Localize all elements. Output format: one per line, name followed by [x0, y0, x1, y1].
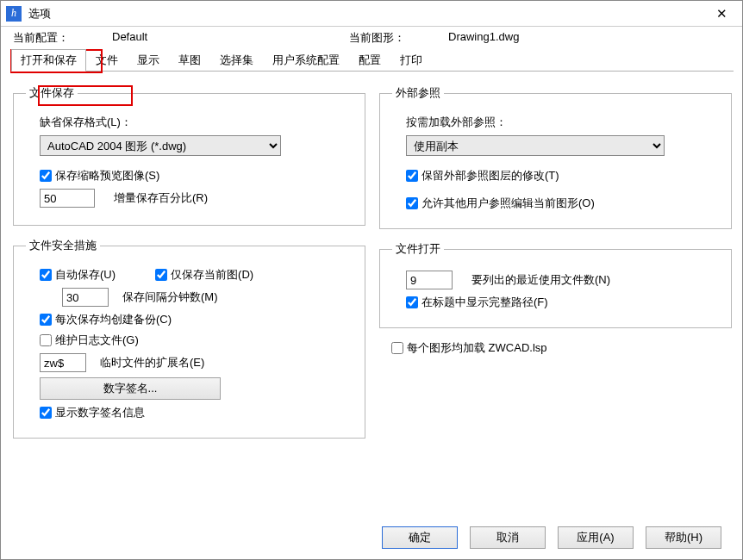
cancel-button[interactable]: 取消 [470, 526, 546, 549]
group-file-save: 文件保存 缺省保存格式(L)： AutoCAD 2004 图形 (*.dwg) … [13, 85, 365, 226]
tab-open-save[interactable]: 打开和保存 [11, 49, 86, 72]
tab-bar: 打开和保存 文件 显示 草图 选择集 用户系统配置 配置 打印 [1, 49, 743, 72]
info-row: 当前配置： Default 当前图形： Drawing1.dwg [1, 27, 743, 47]
group-file-open: 文件打开 要列出的最近使用文件数(N) 在标题中显示完整路径(F) [379, 241, 732, 328]
show-digsig-input[interactable] [40, 407, 52, 419]
app-icon: h [6, 6, 22, 22]
retain-changes-input[interactable] [406, 170, 418, 182]
log-input[interactable] [40, 334, 52, 346]
ext-label: 临时文件的扩展名(E) [100, 355, 204, 370]
demand-load-select[interactable]: 使用副本 [406, 135, 665, 156]
group-safety: 文件安全措施 自动保存(U) 仅保存当前图(D) 保存间隔分钟数(M) [13, 238, 365, 439]
help-button[interactable]: 帮助(H) [646, 526, 721, 549]
legend-file-save: 文件保存 [26, 85, 78, 101]
maintain-preview-input[interactable] [40, 170, 52, 182]
autosave-input[interactable] [40, 269, 52, 281]
default-format-select[interactable]: AutoCAD 2004 图形 (*.dwg) [40, 135, 281, 156]
interval-label: 保存间隔分钟数(M) [122, 289, 218, 305]
backup-checkbox[interactable]: 每次保存均创建备份(C) [40, 312, 172, 327]
recent-count-input[interactable] [406, 271, 453, 289]
tab-selection[interactable]: 选择集 [210, 49, 263, 72]
current-profile-value: Default [112, 30, 147, 46]
allow-others-input[interactable] [406, 197, 418, 209]
save-current-only-checkbox[interactable]: 仅保存当前图(D) [155, 267, 253, 283]
legend-safety: 文件安全措施 [26, 238, 100, 253]
digital-signature-button[interactable]: 数字签名... [40, 377, 221, 400]
tab-files[interactable]: 文件 [86, 49, 128, 72]
tab-drafting[interactable]: 草图 [169, 49, 210, 72]
titlebar: h 选项 ✕ [1, 1, 743, 27]
log-checkbox[interactable]: 维护日志文件(G) [40, 333, 139, 348]
interval-input[interactable] [62, 288, 109, 307]
current-drawing-label: 当前图形： [349, 30, 405, 46]
window-title: 选项 [28, 6, 704, 22]
legend-file-open: 文件打开 [392, 241, 444, 257]
maintain-preview-checkbox[interactable]: 保存缩略预览图像(S) [40, 168, 159, 184]
footer-buttons: 确定 取消 应用(A) 帮助(H) [382, 526, 721, 549]
close-button[interactable]: ✕ [704, 2, 739, 26]
default-format-label: 缺省保存格式(L)： [40, 115, 353, 130]
load-lsp-checkbox[interactable]: 每个图形均加载 ZWCAD.lsp [391, 340, 547, 356]
ok-button[interactable]: 确定 [382, 526, 458, 549]
autosave-checkbox[interactable]: 自动保存(U) [40, 267, 116, 283]
tab-display[interactable]: 显示 [128, 49, 169, 72]
inc-percent-label: 增量保存百分比(R) [114, 190, 208, 206]
save-current-only-input[interactable] [155, 269, 167, 281]
current-drawing-value: Drawing1.dwg [448, 30, 519, 46]
demand-load-label: 按需加载外部参照： [406, 115, 719, 130]
tab-user-prefs[interactable]: 用户系统配置 [263, 49, 349, 72]
allow-others-checkbox[interactable]: 允许其他用户参照编辑当前图形(O) [406, 196, 595, 211]
tab-profiles[interactable]: 配置 [349, 49, 390, 72]
recent-count-label: 要列出的最近使用文件数(N) [471, 272, 610, 288]
show-full-path-input[interactable] [406, 296, 418, 308]
backup-input[interactable] [40, 314, 52, 326]
legend-xref: 外部参照 [392, 85, 444, 101]
show-full-path-checkbox[interactable]: 在标题中显示完整路径(F) [406, 295, 548, 310]
current-profile-label: 当前配置： [13, 30, 69, 46]
group-xref: 外部参照 按需加载外部参照： 使用副本 保留外部参照图层的修改(T) 允许其他用… [379, 85, 732, 229]
load-lsp-input[interactable] [391, 342, 403, 354]
retain-changes-checkbox[interactable]: 保留外部参照图层的修改(T) [406, 168, 559, 184]
show-digsig-checkbox[interactable]: 显示数字签名信息 [40, 405, 145, 420]
ext-input[interactable] [40, 353, 86, 372]
inc-percent-input[interactable] [40, 189, 95, 208]
tab-plot[interactable]: 打印 [390, 49, 432, 72]
apply-button[interactable]: 应用(A) [558, 526, 634, 549]
